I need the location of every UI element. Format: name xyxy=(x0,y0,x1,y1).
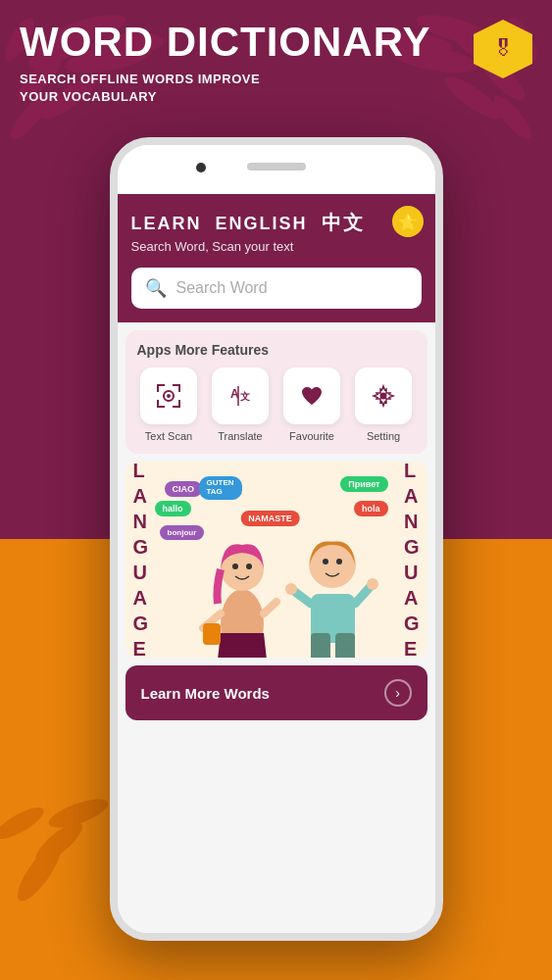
text-scan-label: Text Scan xyxy=(145,430,192,442)
phone-top-bar xyxy=(118,145,435,194)
svg-point-49 xyxy=(285,583,297,595)
background: WORD DICTIONARY SEARCH OFFLINE WORDS IMP… xyxy=(0,0,552,980)
svg-point-36 xyxy=(232,564,238,569)
svg-rect-43 xyxy=(335,633,355,658)
search-input[interactable]: Search Word xyxy=(176,279,408,297)
svg-point-50 xyxy=(367,578,378,590)
svg-rect-25 xyxy=(157,400,159,408)
badge-hexagon: 🎖 xyxy=(474,20,532,78)
feature-favourite[interactable]: Favourite xyxy=(280,368,344,442)
svg-rect-42 xyxy=(311,633,330,658)
learn-more-title: Learn More Words xyxy=(141,685,270,702)
svg-text:文: 文 xyxy=(240,391,250,402)
phone-speaker xyxy=(247,163,306,171)
svg-rect-21 xyxy=(157,384,159,392)
app-header-title: LEARN ENGLISH 中文 xyxy=(131,210,422,236)
features-section: Apps More Features xyxy=(125,330,427,454)
phone-volume-button xyxy=(110,263,112,302)
language-banner: L A N G U A G E L A N G U A G xyxy=(125,462,427,658)
app-header-subtitle: Search Word, Scan your text xyxy=(131,239,422,254)
phone-frame: LEARN ENGLISH 中文 Search Word, Scan your … xyxy=(110,137,443,941)
svg-point-17 xyxy=(11,838,68,906)
features-grid: Text Scan A 文 Translate xyxy=(137,368,416,442)
feature-setting[interactable]: Setting xyxy=(352,368,416,442)
features-title: Apps More Features xyxy=(137,342,416,358)
translate-label: Translate xyxy=(218,430,262,442)
search-container: 🔍 Search Word xyxy=(118,268,435,322)
app-content: LEARN ENGLISH 中文 Search Word, Scan your … xyxy=(118,194,435,933)
svg-rect-23 xyxy=(178,384,180,392)
text-scan-icon-box xyxy=(140,368,197,424)
favourite-icon-box xyxy=(283,368,340,424)
svg-point-29 xyxy=(167,394,171,398)
search-bar[interactable]: 🔍 Search Word xyxy=(131,268,422,309)
learn-more-arrow[interactable]: › xyxy=(384,679,412,707)
phone-camera xyxy=(196,163,206,172)
search-icon: 🔍 xyxy=(145,277,167,299)
svg-line-39 xyxy=(264,602,276,613)
premium-badge: ⭐ xyxy=(392,206,424,237)
svg-point-37 xyxy=(246,564,252,569)
phone-power-button xyxy=(441,243,443,302)
svg-rect-40 xyxy=(203,623,221,645)
favourite-label: Favourite xyxy=(289,430,334,442)
feature-translate[interactable]: A 文 Translate xyxy=(209,368,273,442)
translate-icon-box: A 文 xyxy=(212,368,269,424)
learn-more-section[interactable]: Learn More Words › xyxy=(125,665,427,720)
people-illustration xyxy=(169,471,384,658)
header-section: WORD DICTIONARY SEARCH OFFLINE WORDS IMP… xyxy=(20,20,532,107)
svg-point-45 xyxy=(323,559,328,564)
app-title: WORD DICTIONARY xyxy=(20,20,532,65)
app-header: LEARN ENGLISH 中文 Search Word, Scan your … xyxy=(118,194,435,268)
feature-text-scan[interactable]: Text Scan xyxy=(137,368,201,442)
svg-point-46 xyxy=(336,559,342,564)
setting-icon-box xyxy=(355,368,412,424)
badge-icon: 🎖 xyxy=(492,36,514,62)
app-subtitle: SEARCH OFFLINE WORDS IMPROVE YOUR VOCABU… xyxy=(20,71,532,106)
svg-point-18 xyxy=(0,802,48,845)
svg-rect-27 xyxy=(178,400,180,408)
setting-label: Setting xyxy=(367,430,400,442)
